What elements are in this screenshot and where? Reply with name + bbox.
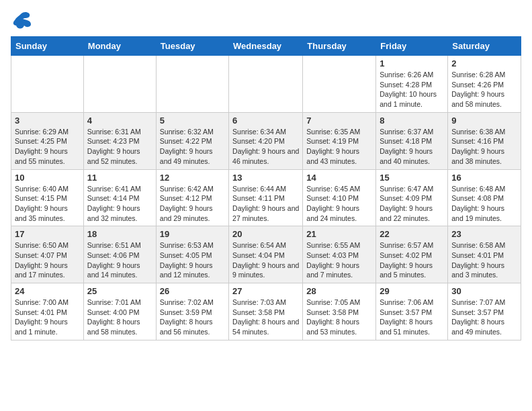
day-number: 13 [232,173,299,183]
day-info: Sunrise: 6:47 AM Sunset: 4:09 PM Dayligh… [380,184,444,224]
weekday-header-tuesday: Tuesday [156,37,228,56]
day-number: 15 [380,173,444,183]
header [11,11,521,30]
calendar-cell [229,56,303,113]
weekday-header-wednesday: Wednesday [229,37,303,56]
day-number: 2 [451,58,517,68]
weekday-header-row: SundayMondayTuesdayWednesdayThursdayFrid… [11,37,521,56]
weekday-header-friday: Friday [376,37,448,56]
day-number: 17 [15,229,80,239]
day-number: 18 [87,229,152,239]
day-info: Sunrise: 6:44 AM Sunset: 4:11 PM Dayligh… [232,184,299,224]
calendar-cell [83,56,156,113]
day-number: 8 [380,116,444,126]
day-number: 29 [380,286,444,296]
calendar-container: SundayMondayTuesdayWednesdayThursdayFrid… [0,0,532,347]
calendar-cell: 9Sunrise: 6:38 AM Sunset: 4:16 PM Daylig… [448,112,521,169]
day-info: Sunrise: 6:41 AM Sunset: 4:14 PM Dayligh… [87,184,152,224]
calendar-cell: 3Sunrise: 6:29 AM Sunset: 4:25 PM Daylig… [11,112,84,169]
day-number: 20 [232,229,299,239]
calendar-cell: 6Sunrise: 6:34 AM Sunset: 4:20 PM Daylig… [229,112,303,169]
day-number: 28 [306,286,372,296]
day-info: Sunrise: 6:32 AM Sunset: 4:22 PM Dayligh… [160,127,225,167]
weekday-header-thursday: Thursday [303,37,376,56]
calendar-cell: 30Sunrise: 7:07 AM Sunset: 3:57 PM Dayli… [448,283,521,340]
calendar-week-row: 24Sunrise: 7:00 AM Sunset: 4:01 PM Dayli… [11,283,521,340]
calendar-week-row: 1Sunrise: 6:26 AM Sunset: 4:28 PM Daylig… [11,56,521,113]
day-number: 27 [232,286,299,296]
calendar-table: SundayMondayTuesdayWednesdayThursdayFrid… [11,36,521,340]
calendar-cell: 24Sunrise: 7:00 AM Sunset: 4:01 PM Dayli… [11,283,84,340]
day-info: Sunrise: 6:29 AM Sunset: 4:25 PM Dayligh… [15,127,80,167]
day-info: Sunrise: 7:06 AM Sunset: 3:57 PM Dayligh… [380,298,444,337]
calendar-cell: 10Sunrise: 6:40 AM Sunset: 4:15 PM Dayli… [11,169,84,226]
day-number: 6 [232,116,299,126]
day-info: Sunrise: 6:38 AM Sunset: 4:16 PM Dayligh… [451,127,517,167]
day-info: Sunrise: 6:45 AM Sunset: 4:10 PM Dayligh… [306,184,372,224]
calendar-cell: 7Sunrise: 6:35 AM Sunset: 4:19 PM Daylig… [303,112,376,169]
calendar-cell: 4Sunrise: 6:31 AM Sunset: 4:23 PM Daylig… [83,112,156,169]
day-info: Sunrise: 6:37 AM Sunset: 4:18 PM Dayligh… [380,127,444,167]
day-info: Sunrise: 7:02 AM Sunset: 3:59 PM Dayligh… [160,298,225,337]
calendar-cell: 16Sunrise: 6:48 AM Sunset: 4:08 PM Dayli… [448,169,521,226]
calendar-cell: 13Sunrise: 6:44 AM Sunset: 4:11 PM Dayli… [229,169,303,226]
calendar-cell: 12Sunrise: 6:42 AM Sunset: 4:12 PM Dayli… [156,169,228,226]
calendar-cell: 8Sunrise: 6:37 AM Sunset: 4:18 PM Daylig… [376,112,448,169]
day-number: 19 [160,229,225,239]
calendar-cell: 18Sunrise: 6:51 AM Sunset: 4:06 PM Dayli… [83,226,156,283]
weekday-header-saturday: Saturday [448,37,521,56]
day-info: Sunrise: 7:00 AM Sunset: 4:01 PM Dayligh… [15,298,80,337]
calendar-cell: 19Sunrise: 6:53 AM Sunset: 4:05 PM Dayli… [156,226,228,283]
calendar-cell: 22Sunrise: 6:57 AM Sunset: 4:02 PM Dayli… [376,226,448,283]
day-info: Sunrise: 6:58 AM Sunset: 4:01 PM Dayligh… [451,240,517,280]
day-number: 4 [87,116,152,126]
day-info: Sunrise: 7:07 AM Sunset: 3:57 PM Dayligh… [451,298,517,337]
calendar-cell: 27Sunrise: 7:03 AM Sunset: 3:58 PM Dayli… [229,283,303,340]
day-info: Sunrise: 6:50 AM Sunset: 4:07 PM Dayligh… [15,240,80,280]
day-info: Sunrise: 6:57 AM Sunset: 4:02 PM Dayligh… [380,240,444,280]
day-info: Sunrise: 6:31 AM Sunset: 4:23 PM Dayligh… [87,127,152,167]
day-number: 14 [306,173,372,183]
calendar-cell: 14Sunrise: 6:45 AM Sunset: 4:10 PM Dayli… [303,169,376,226]
day-number: 7 [306,116,372,126]
calendar-cell: 20Sunrise: 6:54 AM Sunset: 4:04 PM Dayli… [229,226,303,283]
day-number: 16 [451,173,517,183]
calendar-cell: 21Sunrise: 6:55 AM Sunset: 4:03 PM Dayli… [303,226,376,283]
day-number: 1 [380,58,444,68]
calendar-cell: 29Sunrise: 7:06 AM Sunset: 3:57 PM Dayli… [376,283,448,340]
day-number: 21 [306,229,372,239]
weekday-header-monday: Monday [83,37,156,56]
day-number: 5 [160,116,225,126]
day-number: 12 [160,173,225,183]
day-number: 11 [87,173,152,183]
day-number: 10 [15,173,80,183]
day-info: Sunrise: 6:34 AM Sunset: 4:20 PM Dayligh… [232,127,299,167]
day-info: Sunrise: 6:53 AM Sunset: 4:05 PM Dayligh… [160,240,225,280]
calendar-cell: 2Sunrise: 6:28 AM Sunset: 4:26 PM Daylig… [448,56,521,113]
day-number: 9 [451,116,517,126]
calendar-week-row: 3Sunrise: 6:29 AM Sunset: 4:25 PM Daylig… [11,112,521,169]
calendar-cell: 23Sunrise: 6:58 AM Sunset: 4:01 PM Dayli… [448,226,521,283]
day-number: 30 [451,286,517,296]
day-info: Sunrise: 6:26 AM Sunset: 4:28 PM Dayligh… [380,70,444,109]
day-number: 22 [380,229,444,239]
day-info: Sunrise: 6:28 AM Sunset: 4:26 PM Dayligh… [451,70,517,109]
calendar-cell [303,56,376,113]
calendar-cell: 26Sunrise: 7:02 AM Sunset: 3:59 PM Dayli… [156,283,228,340]
calendar-cell: 1Sunrise: 6:26 AM Sunset: 4:28 PM Daylig… [376,56,448,113]
day-number: 26 [160,286,225,296]
day-info: Sunrise: 6:42 AM Sunset: 4:12 PM Dayligh… [160,184,225,224]
day-number: 25 [87,286,152,296]
calendar-cell [156,56,228,113]
day-info: Sunrise: 7:05 AM Sunset: 3:58 PM Dayligh… [306,298,372,337]
day-info: Sunrise: 6:54 AM Sunset: 4:04 PM Dayligh… [232,240,299,280]
calendar-cell [11,56,84,113]
calendar-cell: 25Sunrise: 7:01 AM Sunset: 4:00 PM Dayli… [83,283,156,340]
calendar-cell: 28Sunrise: 7:05 AM Sunset: 3:58 PM Dayli… [303,283,376,340]
day-info: Sunrise: 6:51 AM Sunset: 4:06 PM Dayligh… [87,240,152,280]
logo-text-block [11,11,32,30]
calendar-cell: 11Sunrise: 6:41 AM Sunset: 4:14 PM Dayli… [83,169,156,226]
calendar-cell: 17Sunrise: 6:50 AM Sunset: 4:07 PM Dayli… [11,226,84,283]
day-number: 23 [451,229,517,239]
logo [11,11,32,30]
